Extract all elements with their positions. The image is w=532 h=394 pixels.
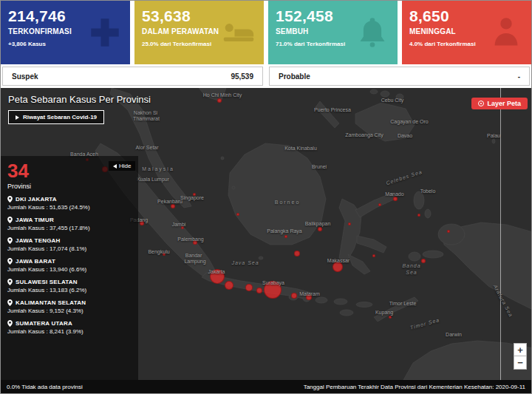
map-label: Mataram (299, 291, 320, 296)
province-name: JAWA TIMUR (16, 217, 54, 223)
map-label: Zamboanga City (345, 132, 383, 137)
zoom-out-button[interactable]: − (514, 356, 527, 370)
province-name: DKI JAKARTA (16, 196, 57, 203)
province-cases: Jumlah Kasus : 37,455 (17.8%) (7, 225, 132, 231)
map-label: Thammarat (133, 116, 160, 121)
province-item[interactable]: KALIMANTAN SELATANJumlah Kasus : 9,152 (… (7, 299, 132, 314)
case-marker[interactable] (348, 223, 351, 225)
suspek-label: Suspek (12, 72, 38, 81)
card-meninggal: 8,650 MENINGGAL 4.0% dari Terkonfirmasi (402, 1, 531, 64)
zoom-controls: + − (514, 343, 527, 370)
map-label: Sea (406, 270, 417, 275)
map-label: Pekanbaru (157, 199, 183, 204)
case-marker[interactable] (284, 235, 287, 238)
layers-icon (478, 101, 484, 106)
map-label: Makassar (327, 258, 349, 263)
map-label: Java Sea (231, 260, 259, 265)
map-label: Timor Leste (389, 301, 417, 306)
summary-row: Suspek 95,539 Probable - (1, 64, 531, 88)
case-marker[interactable] (378, 203, 381, 206)
map-label: Jambi (172, 222, 186, 227)
province-name: KALIMANTAN SELATAN (16, 299, 86, 306)
map-label: Davao (398, 133, 412, 138)
province-item[interactable]: JAWA BARATJumlah Kasus : 13,940 (6.6%) (7, 258, 132, 273)
case-marker[interactable] (256, 288, 262, 293)
province-cases: Jumlah Kasus : 17,074 (8.1%) (7, 245, 132, 252)
case-marker[interactable] (389, 316, 392, 319)
case-marker[interactable] (393, 197, 398, 201)
probable-box: Probable - (269, 67, 530, 86)
case-marker[interactable] (421, 259, 426, 263)
map-label: Brunei (312, 164, 327, 169)
province-list: DKI JAKARTAJumlah Kasus : 51,635 (24.5%)… (7, 196, 132, 335)
province-name: JAWA BARAT (16, 258, 55, 265)
footer-bar: 0.0% Tidak ada data provinsi Tanggal Pem… (1, 380, 531, 393)
province-cases: Jumlah Kasus : 8,241 (3.9%) (7, 328, 132, 335)
stat-cards: 214,746 TERKONFIRMASI +3,806 Kasus 53,63… (1, 1, 531, 64)
case-marker[interactable] (372, 254, 375, 257)
map-label: Singapore (180, 195, 204, 200)
pin-icon (7, 237, 13, 244)
province-name: SULAWESI SELATAN (16, 279, 78, 285)
map-label: Palau (487, 133, 500, 138)
chevron-left-icon (113, 164, 117, 169)
pin-icon (7, 217, 13, 223)
case-marker[interactable] (447, 230, 450, 233)
map-label: Manado (385, 191, 403, 197)
map-label: Cebu City (381, 98, 404, 103)
province-item[interactable]: JAWA TENGAHJumlah Kasus : 17,074 (8.1%) (7, 237, 132, 252)
case-marker[interactable] (217, 98, 222, 103)
map-label: Kuala Lumpur (137, 177, 169, 182)
province-cases: Jumlah Kasus : 51,635 (24.5%) (7, 204, 132, 211)
probable-label: Probable (279, 72, 310, 81)
map-label: Tobelo (420, 188, 436, 194)
case-marker[interactable] (225, 281, 233, 290)
province-item[interactable]: DKI JAKARTAJumlah Kasus : 51,635 (24.5%) (7, 196, 132, 211)
zoom-in-button[interactable]: + (514, 343, 527, 356)
pin-icon (7, 320, 13, 327)
pin-icon (7, 258, 13, 265)
case-marker[interactable] (236, 213, 239, 216)
map-label: Bandar (185, 253, 202, 258)
history-button[interactable]: Riwayat Sebaran Covid-19 (8, 110, 104, 124)
layer-button-label: Layer Peta (487, 100, 521, 107)
map-area: Ho Chi Minh CityCebu CityPuerto Princesa… (1, 88, 531, 380)
case-marker[interactable] (294, 251, 300, 257)
history-button-label: Riwayat Sebaran Covid-19 (23, 114, 97, 120)
map-label: Banda (402, 263, 420, 268)
hide-label: Hide (119, 163, 131, 169)
pin-icon (7, 196, 13, 203)
person-icon (490, 16, 522, 49)
case-marker[interactable] (245, 284, 253, 291)
layer-peta-button[interactable]: Layer Peta (471, 98, 528, 109)
covid-dashboard: 214,746 TERKONFIRMASI +3,806 Kasus 53,63… (0, 0, 532, 394)
map-label: Kota Kinabalu (284, 146, 317, 151)
map-label: Jakarta (208, 269, 225, 274)
map-label: Lampung (184, 259, 205, 264)
map-label: Bengkulu (148, 249, 169, 254)
card-dalam-perawatan: 53,638 DALAM PERAWATAN 25.0% dari Terkon… (134, 1, 264, 64)
province-cases: Jumlah Kasus : 13,940 (6.6%) (7, 266, 132, 273)
case-marker[interactable] (417, 214, 420, 217)
suspek-box: Suspek 95,539 (2, 67, 263, 86)
province-item[interactable]: SULAWESI SELATANJumlah Kasus : 13,183 (6… (7, 279, 132, 293)
case-marker[interactable] (332, 262, 343, 272)
case-marker[interactable] (291, 293, 297, 299)
suspek-value: 95,539 (231, 72, 253, 81)
province-stats-panel: 34 Provinsi DKI JAKARTAJumlah Kasus : 51… (1, 156, 138, 380)
province-item[interactable]: SUMATERA UTARAJumlah Kasus : 8,241 (3.9%… (7, 320, 132, 335)
province-item[interactable]: JAWA TIMURJumlah Kasus : 37,455 (17.8%) (7, 217, 132, 231)
map-label: Alor Setar (135, 145, 158, 150)
pin-icon (7, 299, 13, 306)
map-graticule-line (500, 88, 501, 380)
case-marker[interactable] (181, 226, 184, 229)
case-marker[interactable] (171, 204, 175, 208)
footer-left-text: 0.0% Tidak ada data provinsi (7, 384, 83, 390)
card-sembuh: 152,458 SEMBUH 71.0% dari Terkonfirmasi (268, 1, 398, 64)
map-label: Nakhon Si (134, 110, 157, 115)
hide-panel-button[interactable]: Hide (109, 161, 135, 171)
case-marker[interactable] (318, 227, 322, 231)
play-icon (16, 115, 19, 120)
map-title: Peta Sebaran Kasus Per Provinsi (8, 94, 151, 105)
province-cases: Jumlah Kasus : 9,152 (4.3%) (7, 308, 132, 314)
